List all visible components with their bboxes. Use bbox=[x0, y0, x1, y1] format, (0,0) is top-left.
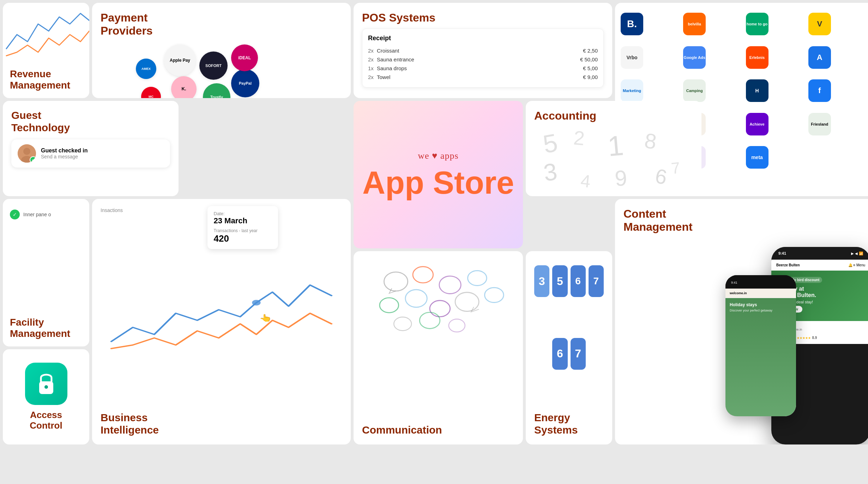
revenue-title: Revenue Management bbox=[10, 68, 82, 91]
energy-num-3: 3 bbox=[534, 265, 549, 297]
svg-point-12 bbox=[252, 300, 260, 305]
mastercard-bubble: MC bbox=[141, 87, 161, 98]
klarna-bubble: K. bbox=[171, 76, 197, 98]
avatar-badge bbox=[30, 156, 36, 163]
appstore-subtitle: we ♥ apps bbox=[418, 151, 458, 161]
svg-text:8: 8 bbox=[643, 129, 658, 154]
svg-point-21 bbox=[455, 292, 479, 311]
bi-chart: 👆 bbox=[101, 222, 342, 412]
revenue-management-card: Revenue Management bbox=[3, 3, 89, 98]
bi-title: Business Intelligence bbox=[101, 412, 342, 436]
svg-point-19 bbox=[405, 290, 427, 307]
energy-num-7b: 7 bbox=[571, 338, 586, 370]
facility-check-text: Inner pane o bbox=[23, 212, 51, 217]
item-4: Towel bbox=[377, 74, 583, 80]
google-ads-icon: Google Ads bbox=[683, 46, 706, 69]
bi-card: Insactions Date: 23 March Transactions -… bbox=[92, 199, 351, 444]
svg-text:3: 3 bbox=[542, 158, 559, 186]
item-2: Sauna entrance bbox=[377, 56, 580, 62]
bi-trans-value: 420 bbox=[214, 233, 272, 244]
payment-bubbles: Apple Pay SOFORT K. Trustly PayPal iDEAL… bbox=[101, 41, 342, 90]
marketing-icon: Marketing bbox=[621, 79, 643, 102]
friesland-icon: Friesland bbox=[808, 113, 831, 135]
accounting-title: Accounting bbox=[534, 109, 693, 122]
svg-point-14 bbox=[384, 272, 408, 291]
svg-text:6: 6 bbox=[653, 164, 669, 189]
qty-1: 2x bbox=[368, 48, 377, 54]
erlebnismiele-icon: Erlebnis bbox=[746, 46, 768, 69]
svg-point-16 bbox=[439, 276, 461, 294]
receipt-row-4: 2x Towel € 9,00 bbox=[368, 73, 598, 81]
h-icon: H bbox=[746, 79, 768, 102]
bi-date-label: Date: bbox=[214, 211, 272, 216]
item-3: Sauna drops bbox=[377, 65, 583, 71]
receipt-row-1: 2x Croissant € 2,50 bbox=[368, 46, 598, 55]
svg-point-15 bbox=[413, 267, 433, 283]
hometogo-icon: home to go bbox=[746, 13, 768, 35]
svg-point-28 bbox=[44, 385, 48, 389]
sofort-bubble: SOFORT bbox=[199, 52, 228, 80]
payment-providers-card: Payment Providers Apple Pay SOFORT K. Tr… bbox=[92, 3, 351, 98]
energy-title: Energy Systems bbox=[534, 412, 604, 436]
svg-text:4: 4 bbox=[580, 171, 592, 192]
bi-trans-label: Transactions - last year bbox=[214, 228, 272, 233]
access-title: Access Control bbox=[30, 410, 62, 431]
chat-bubbles bbox=[362, 260, 514, 424]
energy-numbers-grid: 3 5 6 7 6 7 bbox=[534, 265, 604, 407]
pos-title: POS Systems bbox=[362, 11, 604, 24]
receipt-heading: Receipt bbox=[368, 35, 598, 42]
communication-card: Communication bbox=[354, 251, 523, 444]
svg-text:👆: 👆 bbox=[259, 314, 273, 322]
qty-3: 1x bbox=[368, 65, 377, 71]
content-management-card: Content Management 9:41 ▶ ◀ 📶 Beerze Bul… bbox=[615, 199, 868, 444]
access-control-card: Access Control bbox=[3, 349, 89, 444]
svg-point-22 bbox=[485, 288, 504, 302]
energy-num-6b: 6 bbox=[552, 338, 567, 370]
comm-title: Communication bbox=[362, 424, 514, 436]
guest-technology-card: Guest Technology Guest checked in Send a… bbox=[3, 101, 179, 196]
notification-text: Guest checked in Send a message bbox=[41, 147, 88, 159]
v-icon: V bbox=[808, 13, 831, 35]
amex-bubble: AMEX bbox=[136, 59, 156, 79]
svg-text:5: 5 bbox=[541, 128, 560, 159]
svg-text:7: 7 bbox=[670, 159, 681, 177]
receipt-row-2: 2x Sauna entrance € 50,00 bbox=[368, 55, 598, 64]
lock-icon bbox=[25, 363, 67, 405]
energy-num-7-top: 7 bbox=[589, 265, 604, 297]
energy-systems-card: 3 5 6 7 6 7 Energy Systems bbox=[526, 251, 612, 444]
achieve-icon: Achieve bbox=[746, 113, 768, 135]
appstore-content: we ♥ apps App Store bbox=[354, 101, 523, 248]
svg-point-18 bbox=[380, 298, 399, 313]
facebook-icon: f bbox=[808, 79, 831, 102]
pos-systems-card: POS Systems Receipt 2x Croissant € 2,50 … bbox=[354, 3, 612, 98]
qty-2: 2x bbox=[368, 56, 377, 62]
svg-point-1 bbox=[23, 148, 30, 155]
appstore-card[interactable]: we ♥ apps App Store bbox=[354, 101, 523, 248]
svg-point-25 bbox=[420, 312, 440, 328]
svg-point-24 bbox=[449, 319, 465, 332]
meta-icon: meta bbox=[746, 146, 768, 169]
facility-management-card: ✓ Inner pane o Facility Management bbox=[3, 199, 89, 346]
price-4: € 9,00 bbox=[583, 74, 598, 80]
facility-check: ✓ Inner pane o bbox=[10, 210, 82, 219]
accounting-numbers-bg: 5 2 1 8 3 4 9 6 7 bbox=[526, 122, 701, 196]
svg-point-17 bbox=[468, 271, 487, 285]
receipt-row-3: 1x Sauna drops € 5,00 bbox=[368, 64, 598, 73]
facility-check-icon: ✓ bbox=[10, 210, 20, 219]
trustly-bubble: Trustly bbox=[203, 83, 230, 98]
paypal-bubble: PayPal bbox=[231, 69, 259, 97]
ideal-bubble: iDEAL bbox=[231, 44, 258, 71]
payment-title: Payment Providers bbox=[101, 11, 342, 37]
booking-icon: B. bbox=[621, 13, 643, 35]
notification-title: Guest checked in bbox=[41, 147, 88, 154]
price-3: € 5,00 bbox=[583, 65, 598, 71]
camping-icon: Camping bbox=[683, 79, 706, 102]
notification-subtitle: Send a message bbox=[41, 154, 88, 159]
svg-point-23 bbox=[394, 317, 411, 331]
guest-notification: Guest checked in Send a message bbox=[11, 139, 170, 168]
svg-text:9: 9 bbox=[614, 165, 628, 190]
appstore-title: App Store bbox=[362, 167, 514, 199]
item-1: Croissant bbox=[377, 48, 583, 54]
qty-4: 2x bbox=[368, 74, 377, 80]
energy-num-5: 5 bbox=[552, 265, 567, 297]
